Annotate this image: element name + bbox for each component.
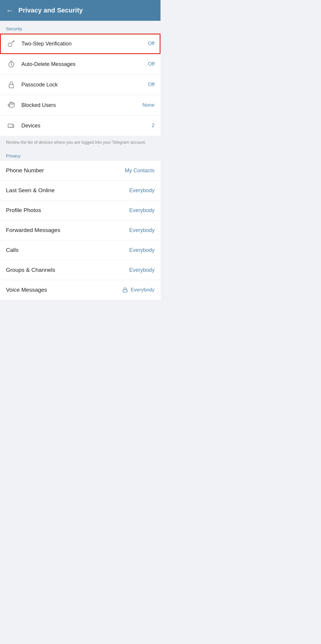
profile-photos-label: Profile Photos bbox=[6, 207, 129, 214]
forwarded-messages-value: Everybody bbox=[129, 227, 155, 233]
key-icon bbox=[6, 38, 17, 49]
last-seen-online-item[interactable]: Last Seen & Online Everybody bbox=[0, 181, 160, 201]
phone-number-item[interactable]: Phone Number My Contacts bbox=[0, 161, 160, 181]
blocked-users-value: None bbox=[142, 102, 155, 108]
devices-icon bbox=[6, 120, 17, 131]
voice-messages-value-container: Everybody bbox=[122, 287, 155, 293]
passcode-lock-label: Passcode Lock bbox=[21, 82, 146, 88]
header: ← Privacy and Security bbox=[0, 0, 160, 21]
security-settings-group: Two-Step Verification Off Auto-Delete Me… bbox=[0, 34, 160, 136]
voice-messages-item[interactable]: Voice Messages Everybody bbox=[0, 280, 160, 300]
svg-rect-5 bbox=[123, 290, 127, 292]
calls-item[interactable]: Calls Everybody bbox=[0, 240, 160, 260]
passcode-lock-value: Off bbox=[148, 82, 155, 88]
page-title: Privacy and Security bbox=[18, 7, 83, 14]
two-step-verification-value: Off bbox=[148, 41, 155, 47]
devices-label: Devices bbox=[21, 123, 150, 129]
lock-icon bbox=[6, 79, 17, 90]
profile-photos-item[interactable]: Profile Photos Everybody bbox=[0, 201, 160, 220]
hand-icon bbox=[6, 100, 17, 111]
security-footer: Review the list of devices where you are… bbox=[0, 136, 160, 148]
two-step-verification-label: Two-Step Verification bbox=[21, 41, 146, 47]
groups-channels-value: Everybody bbox=[129, 267, 155, 273]
two-step-verification-item[interactable]: Two-Step Verification Off bbox=[0, 34, 160, 54]
phone-number-value: My Contacts bbox=[125, 168, 155, 174]
voice-messages-value: Everybody bbox=[131, 287, 155, 293]
last-seen-online-label: Last Seen & Online bbox=[6, 187, 129, 194]
devices-value: 2 bbox=[152, 123, 155, 129]
devices-item[interactable]: Devices 2 bbox=[0, 116, 160, 136]
passcode-lock-item[interactable]: Passcode Lock Off bbox=[0, 75, 160, 95]
svg-point-0 bbox=[8, 43, 12, 47]
auto-delete-messages-value: Off bbox=[148, 61, 155, 67]
privacy-section-header: Privacy bbox=[0, 148, 160, 161]
forwarded-messages-label: Forwarded Messages bbox=[6, 227, 129, 233]
svg-rect-3 bbox=[8, 124, 12, 127]
svg-rect-2 bbox=[9, 84, 13, 88]
last-seen-online-value: Everybody bbox=[129, 187, 155, 194]
profile-photos-value: Everybody bbox=[129, 207, 155, 214]
auto-delete-messages-label: Auto-Delete Messages bbox=[21, 61, 146, 67]
phone-number-label: Phone Number bbox=[6, 167, 125, 174]
timer-icon bbox=[6, 59, 17, 70]
calls-label: Calls bbox=[6, 247, 129, 253]
security-section-header: Security bbox=[0, 21, 160, 34]
blocked-users-item[interactable]: Blocked Users None bbox=[0, 95, 160, 116]
auto-delete-messages-item[interactable]: Auto-Delete Messages Off bbox=[0, 54, 160, 75]
voice-messages-lock-icon bbox=[122, 287, 128, 293]
forwarded-messages-item[interactable]: Forwarded Messages Everybody bbox=[0, 220, 160, 240]
privacy-settings-group: Phone Number My Contacts Last Seen & Onl… bbox=[0, 161, 160, 300]
calls-value: Everybody bbox=[129, 247, 155, 253]
groups-channels-item[interactable]: Groups & Channels Everybody bbox=[0, 260, 160, 280]
blocked-users-label: Blocked Users bbox=[21, 102, 140, 108]
voice-messages-label: Voice Messages bbox=[6, 287, 122, 293]
groups-channels-label: Groups & Channels bbox=[6, 267, 129, 273]
back-button[interactable]: ← bbox=[6, 6, 14, 15]
